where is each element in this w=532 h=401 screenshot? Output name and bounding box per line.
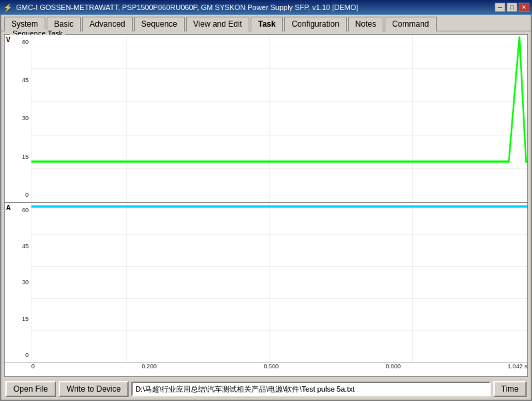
current-y-15: 15	[5, 316, 31, 322]
voltage-y-0: 0	[5, 191, 31, 198]
current-y-60: 60	[5, 207, 31, 214]
title-bar-text: GMC-I GOSSEN-METRAWATT, PSP1500P060RU060…	[16, 3, 495, 11]
bottom-bar: Open File Write to Device D:\马超\行业应用总结\汽…	[4, 381, 528, 397]
current-y-axis: 60 45 30 15 0	[5, 203, 31, 362]
x-label-200: 0.200	[141, 363, 157, 370]
file-path-display: D:\马超\行业应用总结\汽车测试相关产品\电源\软件\Test pulse 5…	[131, 382, 491, 396]
tab-task[interactable]: Task	[251, 17, 283, 31]
voltage-y-15: 15	[5, 153, 31, 160]
x-label-0: 0	[31, 363, 35, 370]
tab-configuration[interactable]: Configuration	[284, 17, 346, 31]
tab-advanced[interactable]: Advanced	[82, 17, 132, 31]
charts-container: V 60 45 30 15 0	[5, 35, 527, 376]
open-file-button[interactable]: Open File	[5, 381, 56, 397]
main-window: System Basic Advanced Sequence View and …	[0, 15, 532, 401]
time-button[interactable]: Time	[493, 381, 527, 397]
app-icon: ⚡	[3, 2, 13, 13]
tab-sequence[interactable]: Sequence	[134, 17, 185, 31]
voltage-y-axis: 60 45 30 15 0	[5, 35, 31, 202]
tab-command[interactable]: Command	[385, 17, 436, 31]
x-label-800: 0.800	[385, 363, 401, 370]
x-label-500: 0.500	[263, 363, 279, 370]
x-label-end: 1.042 s	[507, 363, 527, 370]
voltage-svg	[31, 35, 527, 202]
current-y-0: 0	[5, 352, 31, 358]
voltage-chart: V 60 45 30 15 0	[5, 35, 527, 203]
tab-view-and-edit[interactable]: View and Edit	[186, 17, 249, 31]
tab-notes[interactable]: Notes	[348, 17, 383, 31]
title-bar: ⚡ GMC-I GOSSEN-METRAWATT, PSP1500P060RU0…	[0, 0, 532, 15]
x-axis-labels: 0 0.200 0.500 0.800 1.042 s	[31, 363, 527, 370]
current-y-30: 30	[5, 279, 31, 286]
voltage-y-30: 30	[5, 115, 31, 121]
voltage-chart-plot	[31, 35, 527, 202]
sequence-task-group: Sequence Task V 60 45 30 15 0	[4, 34, 528, 377]
title-bar-controls[interactable]: ─ □ ✕	[495, 3, 529, 12]
current-y-45: 45	[5, 243, 31, 250]
current-chart: A 60 45 30 15 0	[5, 203, 527, 363]
tab-bar: System Basic Advanced Sequence View and …	[1, 15, 531, 31]
maximize-button[interactable]: □	[507, 3, 517, 12]
minimize-button[interactable]: ─	[495, 3, 505, 12]
x-axis-bar: 0 0.200 0.500 0.800 1.042 s	[5, 363, 527, 376]
current-chart-plot	[31, 203, 527, 362]
current-svg	[31, 203, 527, 362]
voltage-y-60: 60	[5, 39, 31, 45]
write-to-device-button[interactable]: Write to Device	[59, 381, 129, 397]
voltage-y-45: 45	[5, 77, 31, 83]
close-button[interactable]: ✕	[519, 3, 529, 12]
content-area: Sequence Task V 60 45 30 15 0	[1, 31, 531, 400]
